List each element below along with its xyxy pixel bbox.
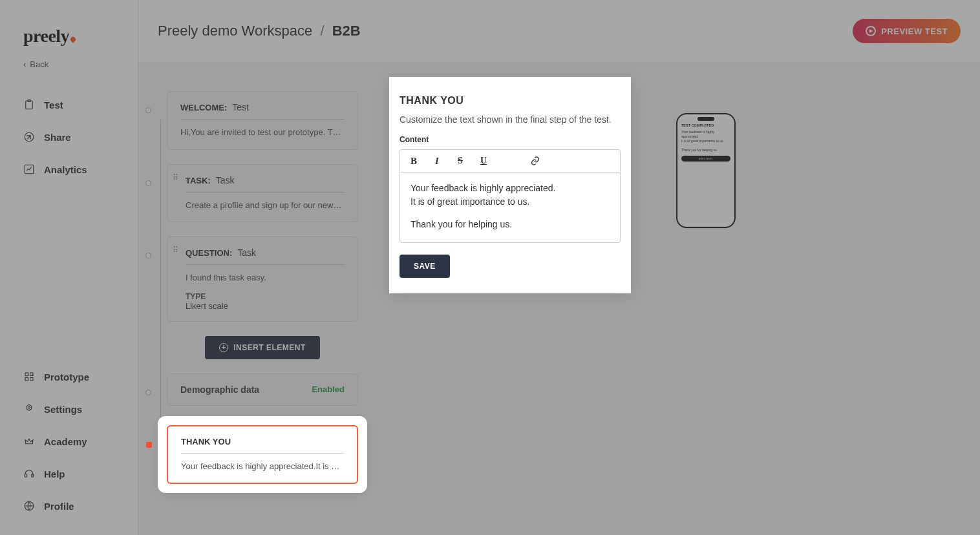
phone-preview-area: TEST COMPLETED Your feedback is highly a… [631,63,980,535]
breadcrumb-workspace[interactable]: Preely demo Workspace [158,23,312,39]
timeline-node-icon [145,390,151,395]
step-title: Test [232,102,249,112]
brand-dot-icon [69,36,76,43]
nav-prototype[interactable]: Prototype [0,361,138,393]
drag-handle-icon[interactable]: ⠿ [173,176,178,180]
breadcrumb-separator: / [316,23,328,39]
brand-text: preely [23,26,69,47]
back-label: Back [30,59,48,69]
drag-handle-icon[interactable]: ⠿ [173,248,178,252]
phone-title: TEST COMPLETED [681,123,730,128]
step-body: I found this task easy. [186,271,345,284]
breadcrumb-current: B2B [332,23,361,39]
phone-screen: TEST COMPLETED Your feedback is highly a… [677,114,734,165]
nav-analytics-label: Analytics [44,164,87,175]
preview-label: PREVIEW TEST [881,26,948,36]
globe-icon [23,500,35,512]
preview-test-button[interactable]: PREVIEW TEST [853,19,961,43]
svg-rect-4 [25,373,28,376]
step-task[interactable]: ⠿ TASK: Task Create a profile and sign u… [167,164,358,223]
nav-analytics[interactable]: Analytics [0,153,138,185]
step-thankyou[interactable]: THANK YOU Your feedback is highly apprec… [167,425,358,485]
step-type-label: WELCOME: [180,103,227,112]
timeline-node-icon [145,107,151,113]
nav-secondary: Prototype Settings Academy Help Profile [0,361,138,522]
grid-icon [23,371,35,383]
editor-toolbar: B I S U [399,149,621,172]
phone-line: Your feedback is highly appreciated. [681,130,730,138]
editor-description: Customize the text shown in the final st… [399,113,621,126]
workarea: WELCOME: Test Hi,You are invited to test… [138,63,980,535]
clipboard-icon [23,99,35,110]
brand-logo: preely [0,26,138,47]
thankyou-editor-panel: THANK YOU Customize the text shown in th… [389,77,631,293]
italic-button[interactable]: I [431,155,443,167]
phone-frame: TEST COMPLETED Your feedback is highly a… [676,113,736,228]
headset-icon [23,468,35,479]
svg-point-9 [28,406,30,408]
nav-test[interactable]: Test [0,89,138,121]
nav-share[interactable]: Share [0,121,138,153]
insert-label: INSERT ELEMENT [233,343,306,352]
play-circle-icon [866,26,876,36]
step-question[interactable]: ⠿ QUESTION: Task I found this task easy.… [167,236,358,322]
svg-rect-10 [25,474,27,477]
timeline-node-active-icon [146,442,152,448]
nav-academy[interactable]: Academy [0,425,138,457]
step-demographic[interactable]: Demographic data Enabled [167,373,358,406]
editor-content-label: Content [399,135,621,144]
timeline-line [160,120,161,453]
nav-academy-label: Academy [44,436,87,447]
chart-icon [23,163,35,175]
topbar: Preely demo Workspace / B2B PREVIEW TEST [138,0,980,63]
content-line: It is of great importance to us. [410,195,610,209]
nav-help[interactable]: Help [0,457,138,490]
nav-share-label: Share [44,132,71,143]
breadcrumb: Preely demo Workspace / B2B [158,23,361,39]
step-type-label: TASK: [186,176,211,185]
phone-line: It is of great importance to us. [681,139,730,143]
strikethrough-button[interactable]: S [454,155,466,167]
back-link[interactable]: ‹ Back [0,59,138,69]
phone-notch-icon [698,117,714,121]
step-meta-label: TYPE [186,292,345,301]
step-welcome[interactable]: WELCOME: Test Hi,You are invited to test… [167,91,358,150]
content-editor[interactable]: Your feedback is highly appreciated. It … [399,172,621,243]
step-body: Hi,You are invited to test our prototype… [180,126,345,139]
main: Preely demo Workspace / B2B PREVIEW TEST… [138,0,980,535]
timeline-node-icon [145,180,151,186]
steps-column: WELCOME: Test Hi,You are invited to test… [138,63,389,535]
step-title: Task [216,175,235,185]
phone-end-button: END TEST [681,156,730,162]
phone-line: Thank you for helping us. [681,148,730,152]
bold-button[interactable]: B [408,155,420,167]
nav-profile-label: Profile [44,501,74,512]
gear-icon [23,403,35,415]
step-type-label: QUESTION: [186,248,232,258]
insert-element-button[interactable]: + INSERT ELEMENT [205,336,320,359]
underline-button[interactable]: U [478,155,489,167]
step-thankyou-highlight: THANK YOU Your feedback is highly apprec… [162,420,363,490]
nav-settings[interactable]: Settings [0,393,138,425]
step-body: Your feedback is highly appreciated.It i… [181,460,344,473]
svg-rect-5 [30,373,34,376]
link-button[interactable] [529,155,541,167]
content-line: Thank you for helping us. [410,218,610,231]
chevron-left-icon: ‹ [23,59,26,69]
step-title: Task [237,247,256,258]
step-body: Create a profile and sign up for our new… [186,199,345,212]
share-icon [23,131,35,143]
plus-circle-icon: + [219,343,228,352]
nav-help-label: Help [44,468,65,479]
crown-icon [23,435,35,447]
nav-settings-label: Settings [44,404,82,415]
save-button[interactable]: SAVE [399,255,450,278]
svg-rect-7 [30,378,34,381]
svg-rect-11 [32,474,34,477]
nav-test-label: Test [44,100,63,110]
nav-primary: Test Share Analytics [0,89,138,185]
nav-profile[interactable]: Profile [0,490,138,522]
app-root: preely ‹ Back Test Share Analytics [0,0,980,535]
editor-title: THANK YOU [399,95,621,107]
svg-marker-8 [27,404,32,410]
